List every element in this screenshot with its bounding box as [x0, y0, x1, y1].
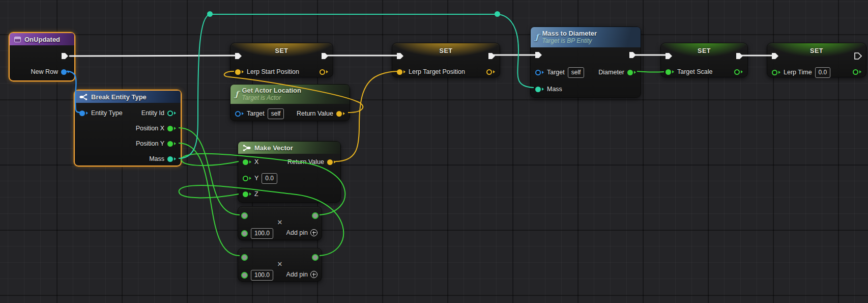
node-title: Get Actor Location — [242, 87, 301, 95]
add-pin-button[interactable]: Add pin — [286, 271, 317, 278]
y-row: Y 0.0 — [243, 172, 277, 185]
exec-in-pin[interactable] — [235, 52, 242, 60]
add-pin-label: Add pin — [286, 229, 308, 236]
reroute-node-right[interactable] — [495, 11, 500, 17]
mass-pin[interactable] — [535, 87, 541, 92]
pin-chevron-icon — [86, 112, 88, 115]
return-value-label: Return Value — [297, 110, 333, 117]
return-value-pin[interactable] — [327, 159, 333, 165]
entity-type-label: Entity Type — [91, 109, 123, 117]
new-row-label: New Row — [31, 68, 59, 75]
node-set-target-scale[interactable]: SET Target Scale — [660, 43, 748, 77]
plus-icon — [310, 271, 317, 278]
node-make-vector[interactable]: Make Vector X Return Value Y 0.0 Z — [238, 141, 341, 203]
z-label: Z — [254, 190, 258, 198]
diameter-pin[interactable] — [627, 70, 633, 75]
node-multiply-2[interactable]: × 100.0 Add pin — [238, 248, 322, 282]
x-label: X — [254, 158, 258, 166]
node-title: SET — [810, 47, 823, 54]
make-struct-icon — [243, 145, 251, 151]
target-scale-out-pin[interactable] — [734, 69, 740, 75]
y-pin[interactable] — [243, 176, 248, 181]
z-pin[interactable] — [243, 191, 248, 197]
exec-out-pin[interactable] — [488, 52, 496, 60]
pin-chevron-icon — [174, 127, 176, 130]
wire-positiony-multiply2 — [179, 143, 240, 256]
node-on-updated[interactable]: OnUpdated New Row — [9, 32, 75, 81]
node-set-lerp-start-position[interactable]: SET Lerp Start Position — [230, 43, 333, 77]
exec-out-pin[interactable] — [736, 52, 743, 60]
entity-id-label: Entity Id — [141, 109, 164, 117]
function-icon: ƒ — [235, 91, 238, 98]
add-pin-button[interactable]: Add pin — [286, 229, 317, 236]
mass-pin[interactable] — [167, 156, 173, 162]
node-get-actor-location[interactable]: ƒ Get Actor Location Target is Actor Tar… — [230, 84, 350, 121]
position-y-pin[interactable] — [167, 141, 173, 147]
pin-chevron-icon — [326, 70, 328, 73]
node-header: OnUpdated — [10, 33, 74, 45]
x-row: X — [243, 157, 258, 167]
target-scale-pin[interactable] — [666, 69, 671, 75]
lerp-time-pin[interactable] — [772, 70, 777, 75]
y-value-input[interactable]: 0.0 — [262, 173, 277, 184]
pin-chevron-icon — [542, 88, 544, 91]
exec-out-pin[interactable] — [854, 52, 862, 60]
multiply-operator: × — [238, 218, 322, 227]
exec-in-pin[interactable] — [535, 51, 542, 59]
multiply-b-pin[interactable] — [241, 272, 248, 279]
multiply-value-input[interactable]: 100.0 — [251, 228, 273, 239]
mass-label: Mass — [547, 86, 562, 93]
node-set-lerp-time[interactable]: SET Lerp Time 0.0 — [767, 43, 866, 77]
return-value-pin[interactable] — [336, 111, 342, 117]
target-pin[interactable] — [535, 70, 541, 75]
y-label: Y — [254, 175, 258, 182]
entity-type-pin[interactable] — [79, 111, 85, 116]
node-set-lerp-target-position[interactable]: SET Lerp Target Position — [392, 43, 500, 77]
x-pin[interactable] — [243, 159, 248, 165]
multiply-b-row: 100.0 — [241, 227, 273, 239]
target-value-input[interactable]: self — [268, 108, 284, 119]
multiply-value-input[interactable]: 100.0 — [251, 270, 273, 281]
blueprint-graph[interactable]: OnUpdated New Row Break Entity Type En — [0, 0, 868, 303]
new-row-pin[interactable] — [61, 69, 67, 75]
node-header: SET — [767, 43, 866, 59]
z-row: Z — [243, 189, 258, 199]
lerp-start-position-pin[interactable] — [235, 69, 241, 75]
node-title: Break Entity Type — [91, 93, 147, 101]
pin-chevron-icon — [493, 70, 495, 73]
entity-id-pin[interactable] — [167, 111, 173, 116]
pin-chevron-icon — [174, 157, 176, 160]
node-title: OnUpdated — [24, 36, 60, 43]
lerp-time-value-input[interactable]: 0.0 — [815, 67, 831, 78]
position-x-pin[interactable] — [167, 126, 173, 131]
exec-in-pin[interactable] — [396, 52, 404, 60]
node-subtitle: Target is Actor — [242, 94, 301, 102]
exec-out-pin[interactable] — [61, 52, 69, 60]
node-multiply-1[interactable]: × 100.0 Add pin — [238, 206, 322, 240]
pin-chevron-icon — [778, 71, 780, 74]
multiply-b-pin[interactable] — [241, 230, 248, 237]
reroute-node-left[interactable] — [207, 11, 213, 17]
lerp-target-position-out-pin[interactable] — [486, 69, 492, 75]
node-break-entity-type[interactable]: Break Entity Type Entity Type Entity Id … — [74, 90, 182, 167]
lerp-start-position-out-pin[interactable] — [320, 69, 325, 75]
wire-exec-onupdated-set1 — [70, 56, 237, 56]
pin-chevron-icon — [242, 112, 244, 115]
exec-in-pin[interactable] — [665, 52, 673, 60]
variable-row: Lerp Start Position — [235, 67, 299, 77]
node-header: SET — [392, 43, 500, 59]
target-row: Target self — [235, 107, 284, 120]
diameter-row: Diameter — [598, 67, 636, 77]
diameter-label: Diameter — [598, 69, 624, 76]
lerp-time-out-pin[interactable] — [853, 69, 858, 75]
exec-out-pin[interactable] — [629, 51, 636, 59]
node-mass-to-diameter[interactable]: ƒ Mass to Diameter Target is BP Entity T… — [530, 26, 641, 98]
exec-out-pin[interactable] — [321, 52, 329, 60]
lerp-target-position-pin[interactable] — [397, 69, 402, 75]
variable-label: Lerp Time — [784, 69, 812, 76]
pin-chevron-icon — [542, 71, 544, 74]
target-value-input[interactable]: self — [568, 67, 585, 78]
target-pin[interactable] — [235, 111, 241, 117]
exec-in-pin[interactable] — [771, 52, 779, 60]
pin-chevron-icon — [68, 70, 70, 73]
